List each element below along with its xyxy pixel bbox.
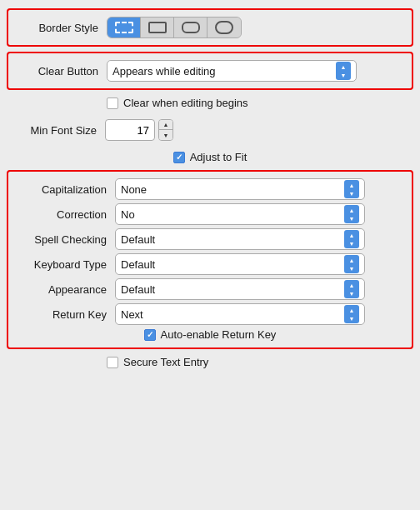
return-key-row: Return Key Next bbox=[15, 302, 405, 327]
spell-checking-row: Spell Checking Default bbox=[15, 227, 405, 252]
capitalization-dropdown[interactable]: None bbox=[115, 178, 365, 200]
auto-enable-wrapper[interactable]: Auto-enable Return Key bbox=[144, 328, 277, 341]
down-arrow-icon bbox=[349, 315, 355, 322]
down-arrow-icon bbox=[349, 190, 355, 198]
border-style-section: Border Style bbox=[7, 8, 413, 47]
up-arrow-icon bbox=[349, 232, 355, 239]
secure-text-wrapper[interactable]: Secure Text Entry bbox=[107, 356, 208, 368]
correction-row: Correction No bbox=[15, 202, 405, 227]
appearance-label: Appearance bbox=[15, 283, 115, 296]
auto-enable-checkbox[interactable] bbox=[144, 329, 156, 341]
attributes-inspector: Border Style Clear Button App bbox=[0, 0, 420, 510]
min-font-size-label: Min Font Size bbox=[13, 124, 105, 137]
stepper-up-button[interactable]: ▲ bbox=[159, 120, 172, 130]
down-arrow-icon bbox=[341, 72, 347, 79]
spell-checking-value: Default bbox=[121, 233, 155, 246]
appearance-dropdown[interactable]: Default bbox=[115, 278, 365, 300]
correction-label: Correction bbox=[15, 208, 115, 221]
return-key-arrows bbox=[344, 305, 359, 323]
down-arrow-icon bbox=[349, 240, 355, 248]
segment-dashed[interactable] bbox=[108, 18, 141, 38]
keyboard-type-dropdown[interactable]: Default bbox=[115, 253, 365, 275]
clear-button-dropdown[interactable]: Appears while editing bbox=[107, 60, 357, 82]
return-key-dropdown[interactable]: Next bbox=[115, 303, 365, 325]
rounded-border-icon bbox=[182, 22, 200, 33]
adjust-to-fit-checkbox[interactable] bbox=[173, 152, 185, 163]
secure-text-checkbox[interactable] bbox=[107, 357, 118, 368]
adjust-to-fit-label: Adjust to Fit bbox=[190, 151, 248, 163]
spell-checking-dropdown[interactable]: Default bbox=[115, 228, 365, 250]
down-arrow-icon bbox=[349, 290, 355, 298]
return-key-label: Return Key bbox=[15, 308, 115, 321]
min-font-size-input[interactable] bbox=[105, 119, 155, 141]
return-key-value: Next bbox=[121, 308, 143, 321]
solid-border-icon bbox=[148, 22, 167, 33]
auto-enable-label: Auto-enable Return Key bbox=[161, 328, 277, 341]
dashed-border-icon bbox=[115, 22, 133, 33]
clear-button-row: Clear Button Appears while editing bbox=[15, 58, 405, 83]
secure-text-label: Secure Text Entry bbox=[123, 356, 208, 368]
capitalization-value: None bbox=[121, 183, 147, 196]
oval-border-icon bbox=[215, 21, 233, 34]
correction-arrows bbox=[344, 205, 359, 223]
stepper-arrows: ▲ ▼ bbox=[158, 119, 173, 141]
min-font-size-section: Min Font Size ▲ ▼ bbox=[7, 116, 413, 144]
keyboard-type-value: Default bbox=[121, 258, 155, 271]
auto-enable-row: Auto-enable Return Key bbox=[15, 327, 405, 342]
correction-dropdown[interactable]: No bbox=[115, 203, 365, 225]
clear-button-arrows bbox=[336, 62, 351, 80]
adjust-to-fit-row: Adjust to Fit bbox=[7, 149, 413, 165]
capitalization-label: Capitalization bbox=[15, 183, 115, 196]
appearance-row: Appearance Default bbox=[15, 277, 405, 302]
up-arrow-icon bbox=[349, 307, 355, 314]
appearance-value: Default bbox=[121, 283, 155, 296]
min-font-size-row: Min Font Size ▲ ▼ bbox=[13, 118, 407, 142]
border-style-label: Border Style bbox=[15, 22, 107, 34]
up-arrow-icon bbox=[349, 207, 355, 214]
up-arrow-icon bbox=[349, 257, 355, 264]
clear-button-label: Clear Button bbox=[15, 65, 107, 78]
spell-checking-arrows bbox=[344, 230, 359, 248]
down-arrow-icon bbox=[349, 215, 355, 222]
clear-button-section: Clear Button Appears while editing bbox=[7, 52, 413, 90]
keyboard-type-arrows bbox=[344, 255, 359, 273]
segment-solid[interactable] bbox=[141, 18, 174, 38]
border-style-control[interactable] bbox=[107, 17, 242, 38]
border-style-row: Border Style bbox=[15, 15, 405, 40]
clear-button-value: Appears while editing bbox=[112, 65, 216, 78]
spell-checking-label: Spell Checking bbox=[15, 233, 115, 246]
segment-oval[interactable] bbox=[208, 18, 241, 38]
correction-value: No bbox=[121, 208, 135, 221]
down-arrow-icon bbox=[349, 265, 355, 272]
up-arrow-icon bbox=[341, 63, 347, 71]
keyboard-type-row: Keyboard Type Default bbox=[15, 252, 405, 277]
secure-text-row: Secure Text Entry bbox=[7, 354, 413, 370]
stepper-down-button[interactable]: ▼ bbox=[159, 130, 172, 140]
capitalization-arrows bbox=[344, 180, 359, 198]
appearance-arrows bbox=[344, 280, 359, 298]
keyboard-type-label: Keyboard Type bbox=[15, 258, 115, 271]
clear-when-editing-wrapper[interactable]: Clear when editing begins bbox=[107, 97, 248, 109]
clear-when-editing-label: Clear when editing begins bbox=[123, 97, 248, 109]
clear-when-editing-row: Clear when editing begins bbox=[7, 95, 413, 111]
up-arrow-icon bbox=[349, 182, 355, 189]
segment-rounded[interactable] bbox=[174, 18, 208, 38]
keyboard-section: Capitalization None Correction No bbox=[7, 170, 413, 349]
clear-when-editing-checkbox[interactable] bbox=[107, 98, 118, 109]
min-font-size-stepper: ▲ ▼ bbox=[105, 119, 173, 141]
capitalization-row: Capitalization None bbox=[15, 177, 405, 202]
up-arrow-icon bbox=[349, 282, 355, 289]
